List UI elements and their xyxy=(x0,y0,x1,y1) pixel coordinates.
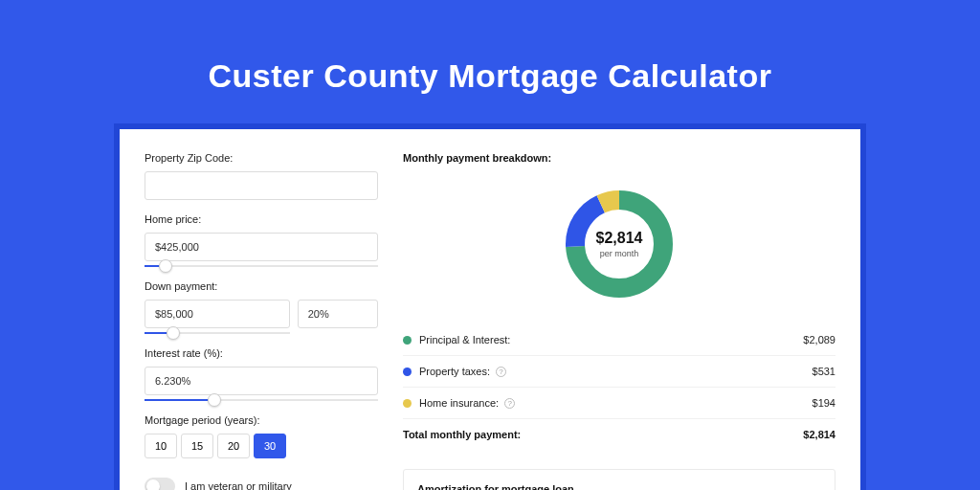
period-label: Mortgage period (years): xyxy=(145,414,378,426)
panel-shadow: Property Zip Code: Home price: Down paym… xyxy=(114,123,866,490)
form-column: Property Zip Code: Home price: Down paym… xyxy=(145,152,378,490)
page-title: Custer County Mortgage Calculator xyxy=(0,57,980,95)
donut-wrap: $2,814 per month xyxy=(403,173,835,324)
interest-rate-slider[interactable] xyxy=(145,399,378,401)
donut-value: $2,814 xyxy=(596,230,643,247)
period-10-button[interactable]: 10 xyxy=(145,434,177,458)
down-payment-amount-input[interactable] xyxy=(145,300,290,328)
info-taxes-icon[interactable]: ? xyxy=(496,367,506,377)
item-principal: Principal & Interest: $2,089 xyxy=(403,324,835,355)
home-price-input[interactable] xyxy=(145,233,378,261)
breakdown-column: Monthly payment breakdown: $2,814 per mo… xyxy=(403,152,835,490)
dot-taxes-icon xyxy=(403,368,412,376)
dot-principal-icon xyxy=(403,336,412,345)
donut-sub: per month xyxy=(596,249,643,258)
interest-rate-field: Interest rate (%): xyxy=(145,347,378,401)
item-principal-label: Principal & Interest: xyxy=(419,334,510,345)
item-insurance: Home insurance: ? $194 xyxy=(403,387,835,418)
home-price-field: Home price: xyxy=(145,213,378,267)
veteran-row: I am veteran or military xyxy=(145,478,378,490)
item-total: Total monthly payment: $2,814 xyxy=(403,418,835,450)
down-payment-field: Down payment: xyxy=(145,280,378,334)
item-taxes: Property taxes: ? $531 xyxy=(403,355,835,387)
calculator-panel: Property Zip Code: Home price: Down paym… xyxy=(120,129,860,490)
zip-input[interactable] xyxy=(145,171,378,200)
item-insurance-value: $194 xyxy=(813,397,835,409)
down-payment-label: Down payment: xyxy=(145,280,378,292)
info-insurance-icon[interactable]: ? xyxy=(504,398,515,409)
veteran-toggle[interactable] xyxy=(145,478,175,490)
item-total-value: $2,814 xyxy=(803,429,835,440)
donut-chart: $2,814 per month xyxy=(562,187,677,301)
interest-rate-input[interactable] xyxy=(145,367,378,395)
home-price-slider[interactable] xyxy=(145,265,378,267)
item-total-label: Total monthly payment: xyxy=(403,429,521,440)
zip-label: Property Zip Code: xyxy=(145,152,378,164)
amortization-heading: Amortization for mortgage loan xyxy=(417,483,821,490)
item-taxes-value: $531 xyxy=(813,366,835,377)
item-taxes-label: Property taxes: xyxy=(419,366,490,377)
period-20-button[interactable]: 20 xyxy=(217,434,250,458)
down-payment-slider[interactable] xyxy=(145,332,290,334)
item-principal-value: $2,089 xyxy=(803,334,835,345)
hero: Custer County Mortgage Calculator xyxy=(0,0,980,95)
amortization-section: Amortization for mortgage loan Amortizat… xyxy=(403,469,835,490)
period-button-group: 10 15 20 30 xyxy=(145,434,378,458)
home-price-label: Home price: xyxy=(145,213,378,225)
veteran-label: I am veteran or military xyxy=(185,480,292,490)
dot-insurance-icon xyxy=(403,399,412,408)
interest-rate-label: Interest rate (%): xyxy=(145,347,378,359)
period-30-button[interactable]: 30 xyxy=(254,434,286,458)
period-15-button[interactable]: 15 xyxy=(181,434,213,458)
breakdown-list: Principal & Interest: $2,089 Property ta… xyxy=(403,324,835,450)
donut-center: $2,814 per month xyxy=(596,230,643,258)
period-field: Mortgage period (years): 10 15 20 30 xyxy=(145,414,378,458)
item-insurance-label: Home insurance: xyxy=(419,397,499,409)
breakdown-heading: Monthly payment breakdown: xyxy=(403,152,835,164)
down-payment-pct-input[interactable] xyxy=(298,300,378,328)
zip-field: Property Zip Code: xyxy=(145,152,378,200)
